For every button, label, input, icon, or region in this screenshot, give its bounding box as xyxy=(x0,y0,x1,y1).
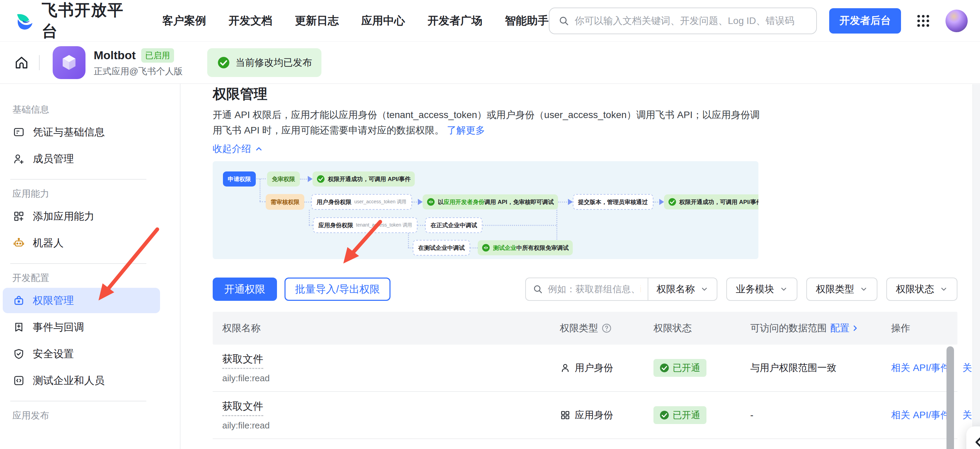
apps-grid-icon[interactable] xyxy=(915,13,931,29)
col-header-scope: 可访问的数据范围 配置 xyxy=(750,322,891,335)
page-description: 开通 API 权限后，应用才能以应用身份（tenant_access_token… xyxy=(213,107,760,138)
credential-card-icon xyxy=(12,126,25,139)
status-filter-select[interactable]: 权限状态 xyxy=(886,278,958,301)
divider xyxy=(39,55,40,70)
nav-item-cases[interactable]: 客户案例 xyxy=(162,13,206,29)
divider xyxy=(10,263,146,264)
chevron-left-icon[interactable] xyxy=(972,435,980,449)
chevron-up-icon xyxy=(255,144,263,153)
sidebar-item-security[interactable]: 安全设置 xyxy=(3,341,160,366)
table-scrollbar-thumb[interactable] xyxy=(947,346,954,449)
sidebar-item-events[interactable]: 事件与回调 xyxy=(3,315,160,340)
module-filter-select[interactable]: 业务模块 xyxy=(726,278,797,301)
help-icon[interactable] xyxy=(601,323,612,333)
permission-name[interactable]: 获取文件 xyxy=(222,399,263,416)
learn-more-link[interactable]: 了解更多 xyxy=(447,125,485,136)
search-field-select[interactable]: 权限名称 xyxy=(648,283,717,296)
check-circle-icon xyxy=(668,198,676,206)
node-success-2: 权限开通成功，可调用 API/事件 xyxy=(664,194,759,209)
token-label: user_access_token 调用 xyxy=(354,199,407,205)
dev-console-button[interactable]: 开发者后台 xyxy=(829,8,901,34)
open-permission-button[interactable]: 开通权限 xyxy=(213,278,277,301)
nav-item-app-center[interactable]: 应用中心 xyxy=(361,13,405,29)
permission-status-cell: 已开通 xyxy=(654,406,750,424)
row-actions: 相关 API/事件 关闭 xyxy=(891,409,980,422)
sidebar-section-basic: 基础信息 xyxy=(12,104,180,115)
search-input[interactable] xyxy=(575,15,808,26)
permission-name[interactable]: 获取文件 xyxy=(222,352,263,369)
floating-collapse-widget[interactable] xyxy=(966,427,980,449)
scope-config-link[interactable]: 配置 xyxy=(830,322,860,335)
type-filter-value: 权限类型 xyxy=(816,283,854,296)
check-circle-icon xyxy=(317,175,325,183)
sidebar-item-label: 安全设置 xyxy=(33,347,74,361)
sidebar-item-members[interactable]: 成员管理 xyxy=(3,146,160,171)
diagram-row-test-org: 在测试企业中调试 测试企业中所有权限免审调试 xyxy=(413,240,573,256)
node-debug-formal-org: 在正式企业中调试 xyxy=(425,217,482,233)
lock-icon xyxy=(12,294,25,307)
search-icon xyxy=(558,15,570,26)
robot-icon xyxy=(12,236,25,249)
user-avatar[interactable] xyxy=(945,10,968,32)
home-icon[interactable] xyxy=(14,55,29,70)
col-header-name: 权限名称 xyxy=(213,322,560,335)
collapse-intro-link[interactable]: 收起介绍 xyxy=(213,142,263,156)
related-api-link[interactable]: 相关 API/事件 xyxy=(891,361,950,374)
status-text: 已开通 xyxy=(673,409,700,421)
publish-status-pill: 当前修改均已发布 xyxy=(207,48,321,77)
search-icon xyxy=(533,284,543,294)
status-filter-value: 权限状态 xyxy=(896,283,934,296)
debug-circle-icon xyxy=(427,198,435,206)
status-badge: 已开通 xyxy=(654,359,706,377)
nav-item-changelog[interactable]: 更新日志 xyxy=(295,13,339,29)
table-row: 获取文件 aily:file:read 应用身份 已开通 xyxy=(213,392,958,439)
permission-search-input[interactable] xyxy=(548,284,641,295)
flow-arrow xyxy=(300,176,313,182)
chevron-down-icon xyxy=(700,285,708,293)
sidebar-item-label: 成员管理 xyxy=(33,152,74,166)
collapse-intro-label: 收起介绍 xyxy=(213,142,251,155)
related-api-link[interactable]: 相关 API/事件 xyxy=(891,409,950,422)
app-enabled-badge: 已启用 xyxy=(141,48,174,62)
chevron-right-icon xyxy=(851,324,860,332)
module-filter-value: 业务模块 xyxy=(736,283,774,296)
nav-item-assistant[interactable]: 智能助手 xyxy=(505,13,549,29)
permission-search-field[interactable] xyxy=(526,284,648,295)
page-scrollbar-track[interactable] xyxy=(972,84,980,449)
page-title: 权限管理 xyxy=(213,86,972,102)
connector xyxy=(417,225,425,226)
filter-group: 权限名称 业务模块 权限类型 权限状态 xyxy=(525,278,958,301)
sidebar-section-capability: 应用能力 xyxy=(12,188,180,200)
nav-item-docs[interactable]: 开发文档 xyxy=(229,13,272,29)
token-label: tenant_access_token 调用 xyxy=(356,222,412,228)
sidebar-item-permissions[interactable]: 权限管理 xyxy=(3,288,160,313)
sidebar-item-credentials[interactable]: 凭证与基础信息 xyxy=(3,120,160,145)
batch-import-export-button[interactable]: 批量导入/导出权限 xyxy=(285,278,390,301)
app-identity-icon xyxy=(560,410,571,420)
nav-item-dev-plaza[interactable]: 开发者广场 xyxy=(428,13,482,29)
connector xyxy=(304,201,311,203)
connector xyxy=(408,248,413,248)
sidebar-item-test-org[interactable]: 测试企业和人员 xyxy=(3,368,160,393)
global-search[interactable] xyxy=(549,8,817,34)
debug-circle-icon xyxy=(482,244,490,252)
connector xyxy=(483,225,556,226)
table-header: 权限名称 权限类型 权限状态 可访问的数据范围 配置 操作 xyxy=(213,312,958,345)
flow-arrow xyxy=(412,199,423,205)
sidebar-item-label: 添加应用能力 xyxy=(33,209,94,224)
bookmark-plus-icon xyxy=(12,321,25,334)
connector xyxy=(408,233,409,248)
node-test-org-free-debug: 测试企业中所有权限免审调试 xyxy=(478,240,573,255)
node-debug-test-org: 在测试企业中调试 xyxy=(413,240,470,256)
sidebar-item-add-capability[interactable]: 添加应用能力 xyxy=(3,204,160,229)
node-apply-permission: 申请权限 xyxy=(223,171,256,187)
app-meta: Moltbot 已启用 正式应用@飞书个人版 xyxy=(94,48,183,77)
node-need-review: 需审核权限 xyxy=(266,194,304,210)
type-filter-select[interactable]: 权限类型 xyxy=(806,278,877,301)
shield-check-icon xyxy=(12,347,25,360)
col-header-actions: 操作 xyxy=(891,322,958,335)
diagram-row-apply: 申请权限 免审权限 权限开通成功，可调用 API/事件 xyxy=(223,171,415,187)
brand-logo[interactable]: 飞书开放平台 xyxy=(15,0,138,42)
sidebar-item-label: 事件与回调 xyxy=(33,320,84,334)
sidebar-item-bot[interactable]: 机器人 xyxy=(3,230,160,256)
